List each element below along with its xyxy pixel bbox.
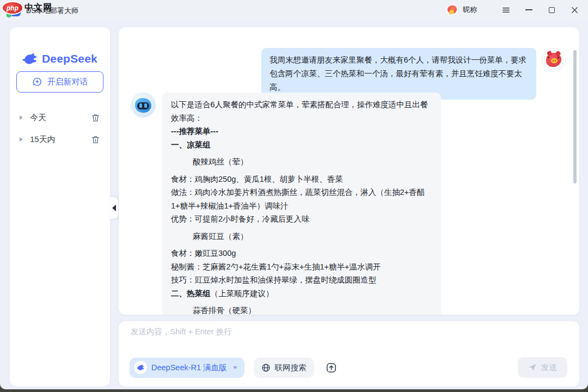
composer-toolbar: DeepSeek-R1 满血版 联网搜索	[130, 357, 567, 378]
assistant-message-bubble: 以下是适合6人聚餐的中式家常菜单，荤素搭配合理，操作难度适中且出餐效率高：---…	[162, 93, 441, 315]
send-plane-icon	[528, 363, 537, 372]
deepseek-whale-icon	[22, 53, 38, 65]
assistant-message-line: 秘制酱：芝麻酱2勺+花生酱1勺+蒜末+生抽1+糖半+温水调开	[171, 260, 432, 274]
watermark-logo: php 中文网	[2, 1, 52, 15]
chick-wing	[449, 9, 454, 15]
assistant-message-line: 蒜香排骨（硬菜）	[171, 304, 432, 315]
trash-icon[interactable]	[91, 135, 100, 144]
nickname-label: 昵称	[463, 5, 477, 15]
model-whale-icon	[134, 361, 147, 374]
chat-scrollbar[interactable]	[573, 50, 577, 183]
robot-icon	[135, 98, 151, 113]
chevron-right-icon[interactable]	[20, 115, 23, 120]
hamburger-icon	[502, 6, 510, 14]
assistant-message-line: ---推荐菜单---	[171, 125, 432, 138]
assistant-message-line: 食材：鸡胸肉250g、黄瓜1根、胡萝卜半根、香菜	[171, 173, 432, 186]
chevron-left-icon	[112, 205, 116, 211]
assistant-message-line: 优势：可提前2小时备好，冷藏后更入味	[171, 212, 432, 226]
model-selector[interactable]: DeepSeek-R1 满血版	[130, 358, 244, 378]
php-logo-icon: php	[2, 1, 23, 15]
assistant-message-line: 食材：嫩豇豆300g	[171, 247, 432, 260]
message-input[interactable]	[131, 327, 555, 351]
send-button[interactable]: 发送	[518, 357, 567, 378]
sidebar-group-today[interactable]: 今天	[10, 109, 110, 126]
app-window: ↓ DS本地部署大师 php 中文网 昵称	[0, 0, 588, 389]
upload-button[interactable]	[323, 359, 340, 376]
user-message-row: 我周末想邀请朋友来家里聚餐，大概有6个人，请帮我设计一份菜单，要求包含两个凉菜、…	[261, 48, 566, 100]
menu-button[interactable]	[497, 2, 515, 17]
new-chat-label: 开启新对话	[47, 77, 88, 87]
minimize-button[interactable]	[519, 2, 538, 17]
new-chat-button[interactable]: 开启新对话	[16, 71, 103, 93]
brand-name: DeepSeek	[42, 52, 97, 65]
close-button[interactable]	[565, 2, 584, 17]
watermark-text: 中文网	[24, 2, 52, 14]
chat-plus-icon	[32, 77, 42, 87]
maximize-icon	[549, 7, 555, 13]
assistant-message-line: 酸辣鸡丝（荤）	[171, 155, 432, 169]
model-label: DeepSeek-R1 满血版	[151, 363, 227, 373]
assistant-message-line: 做法：鸡肉冷水加姜片料酒煮熟撕丝，蔬菜切丝混合，淋入（生抽2+香醋1+糖半+辣椒…	[171, 186, 432, 212]
globe-icon	[261, 363, 271, 372]
assistant-message-line: 以下是适合6人聚餐的中式家常菜单，荤素搭配合理，操作难度适中且出餐效率高：	[171, 98, 432, 125]
upload-file-icon	[325, 362, 338, 374]
maximize-button[interactable]	[542, 2, 561, 17]
group-label: 15天内	[30, 134, 91, 145]
titlebar-right: 昵称	[445, 0, 584, 20]
close-icon	[571, 6, 579, 14]
user-avatar	[542, 48, 566, 72]
web-search-button[interactable]: 联网搜索	[254, 358, 314, 378]
assistant-message-line: 二、热菜组（上菜顺序建议）	[171, 287, 432, 301]
chevron-right-icon[interactable]	[20, 137, 23, 142]
assistant-message-line: 技巧：豇豆焯水时加盐和油保持翠绿，摆盘时绕成圆圈造型	[171, 273, 432, 287]
group-label: 今天	[30, 113, 91, 123]
pig-icon	[546, 53, 561, 67]
web-search-label: 联网搜索	[275, 363, 307, 373]
sidebar: DeepSeek 开启新对话 今天 15天内	[10, 27, 110, 387]
composer-panel: DeepSeek-R1 满血版 联网搜索	[119, 321, 579, 387]
assistant-message-line: 一、凉菜组	[171, 138, 432, 152]
assistant-avatar	[131, 93, 156, 118]
user-message-bubble: 我周末想邀请朋友来家里聚餐，大概有6个人，请帮我设计一份菜单，要求包含两个凉菜、…	[261, 48, 536, 100]
assistant-message-line: 麻酱豇豆（素）	[171, 230, 432, 243]
trash-icon[interactable]	[91, 113, 100, 122]
user-avatar-small[interactable]	[445, 3, 458, 16]
assistant-message-row: 以下是适合6人聚餐的中式家常菜单，荤素搭配合理，操作难度适中且出餐效率高：---…	[131, 93, 441, 315]
send-label: 发送	[541, 363, 558, 373]
chevron-down-icon	[233, 366, 237, 369]
sidebar-group-15days[interactable]: 15天内	[10, 131, 110, 148]
sidebar-collapse-handle[interactable]	[110, 197, 118, 219]
deepseek-brand: DeepSeek	[10, 52, 110, 65]
minimize-icon	[525, 9, 532, 10]
titlebar: ↓ DS本地部署大师 php 中文网 昵称	[0, 0, 588, 20]
chat-panel: 我周末想邀请朋友来家里聚餐，大概有6个人，请帮我设计一份菜单，要求包含两个凉菜、…	[119, 27, 579, 315]
